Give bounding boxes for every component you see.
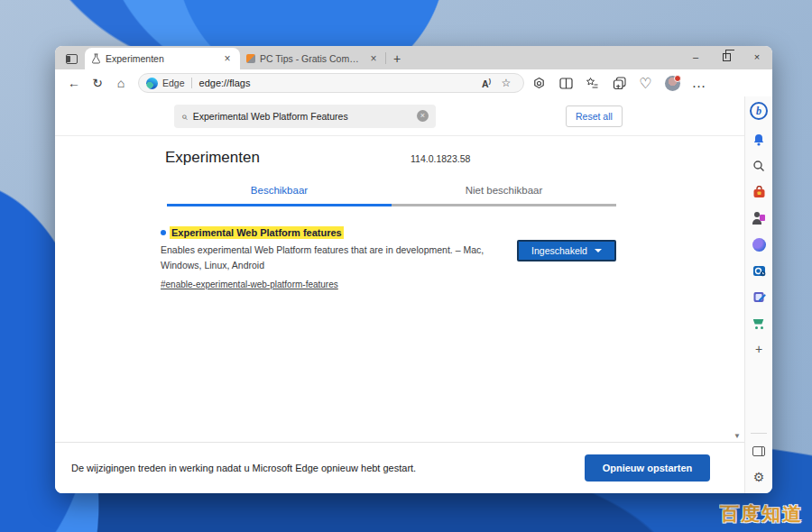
notifications-button[interactable] — [749, 130, 769, 150]
split-screen-icon[interactable] — [554, 72, 577, 94]
restore-button[interactable] — [711, 46, 742, 68]
new-tab-button[interactable]: + — [386, 49, 408, 69]
outlook-button[interactable] — [749, 261, 769, 280]
person-icon — [752, 212, 765, 225]
customize-sidebar-add-button[interactable]: + — [749, 339, 769, 359]
version-number: 114.0.1823.58 — [411, 153, 470, 164]
page-title: Experimenten — [165, 149, 411, 167]
experiment-description: Enables experimental Web Platform featur… — [161, 243, 496, 274]
flags-scroll-area: Experimenten 114.0.1823.58 Beschikbaar N… — [55, 136, 744, 442]
flags-search-box[interactable]: ⌕ × — [174, 105, 436, 128]
bell-icon — [752, 133, 765, 146]
tab-label: PC Tips - Gratis Computer Tips... — [260, 53, 363, 64]
bing-chat-button[interactable]: b — [749, 101, 769, 121]
shopping-bag-icon — [752, 186, 766, 198]
avatar — [665, 76, 680, 91]
close-button[interactable]: × — [742, 46, 772, 68]
url-text[interactable]: edge://flags — [199, 78, 476, 88]
tab-pc-tips[interactable]: PC Tips - Gratis Computer Tips... × — [240, 48, 386, 69]
gear-icon: ⚙ — [753, 470, 765, 484]
address-bar[interactable]: Edge edge://flags A) ☆ — [138, 73, 524, 93]
read-aloud-glyph: A — [482, 78, 489, 88]
cart-icon — [752, 317, 766, 329]
home-button[interactable]: ⌂ — [109, 72, 133, 94]
hide-sidebar-button[interactable] — [749, 441, 769, 461]
back-button[interactable]: ← — [62, 72, 86, 94]
read-aloud-icon[interactable]: A) — [476, 78, 496, 89]
search-icon: ⌕ — [181, 110, 188, 123]
address-separator — [191, 78, 192, 88]
scrollbar-down-arrow[interactable]: ▼ — [734, 432, 741, 440]
microsoft-365-button[interactable] — [749, 208, 769, 228]
tab-label: Experimenten — [106, 53, 217, 64]
tab-niet-beschikbaar[interactable]: Niet beschikbaar — [392, 185, 616, 206]
profile-avatar[interactable] — [660, 72, 684, 94]
sidebar-divider — [751, 433, 767, 434]
minimize-button[interactable]: – — [680, 46, 711, 68]
flask-icon — [91, 53, 101, 64]
edge-sidebar: b — [744, 96, 772, 493]
refresh-button[interactable]: ↻ — [86, 72, 109, 94]
tab-actions-menu-button[interactable] — [60, 49, 83, 69]
restart-notice: De wijzigingen treden in werking nadat u… — [71, 463, 416, 473]
collections-icon[interactable] — [581, 72, 604, 94]
search-icon — [752, 160, 765, 172]
edge-browser-window: Experimenten × PC Tips - Gratis Computer… — [55, 46, 772, 493]
site-chip: Edge — [162, 78, 185, 88]
experiment-state-select[interactable]: Ingeschakeld — [517, 240, 616, 261]
watermark: 百度知道 — [720, 501, 803, 527]
shopping-button[interactable] — [749, 182, 769, 202]
chevron-down-icon — [595, 249, 602, 252]
experiment-info: Experimental Web Platform features Enabl… — [161, 226, 517, 291]
experiment-row: Experimental Web Platform features Enabl… — [161, 226, 744, 291]
reset-all-button[interactable]: Reset all — [566, 105, 623, 127]
favorites-star-icon[interactable]: ☆ — [496, 77, 516, 89]
page-head: Experimenten 114.0.1823.58 — [165, 149, 744, 167]
outlook-icon — [752, 264, 766, 278]
tab-beschikbaar[interactable]: Beschikbaar — [167, 185, 392, 206]
edge-logo-icon — [146, 78, 158, 89]
clear-search-icon[interactable]: × — [417, 110, 429, 122]
site-favicon — [246, 54, 255, 63]
shopping-cart-button[interactable] — [749, 313, 769, 333]
tab-close-icon[interactable]: × — [221, 52, 234, 65]
tab-strip: Experimenten × PC Tips - Gratis Computer… — [55, 46, 772, 69]
sidebar-panel-icon — [752, 446, 765, 456]
main-area: ⌕ × Reset all Experimenten 114.0.1823.58… — [55, 96, 772, 493]
flags-tab-bar: Beschikbaar Niet beschikbaar — [167, 185, 616, 206]
tab-experimenten[interactable]: Experimenten × — [85, 48, 240, 69]
flags-page: ⌕ × Reset all Experimenten 114.0.1823.58… — [55, 96, 744, 493]
navigation-toolbar: ← ↻ ⌂ Edge edge://flags A) ☆ — [55, 69, 772, 96]
sidebar-settings-button[interactable]: ⚙ — [749, 467, 769, 487]
plus-icon: + — [755, 342, 762, 356]
games-button[interactable] — [749, 234, 769, 254]
bing-icon: b — [750, 102, 768, 120]
experiment-permalink[interactable]: #enable-experimental-web-platform-featur… — [161, 280, 338, 289]
restart-button[interactable]: Opnieuw opstarten — [585, 454, 710, 482]
sidebar-bottom: ⚙ — [745, 433, 772, 493]
settings-and-more-icon[interactable]: … — [687, 72, 711, 94]
flags-search-row: ⌕ × Reset all — [55, 96, 744, 136]
notes-pen-icon — [752, 290, 766, 304]
add-to-collections-icon[interactable] — [607, 72, 631, 94]
search-sidebar-button[interactable] — [749, 156, 769, 176]
extensions-icon[interactable] — [528, 72, 551, 94]
browser-essentials-icon[interactable]: ♡ — [634, 72, 658, 94]
workspaces-icon — [66, 54, 78, 64]
selected-state-label: Ingeschakeld — [531, 245, 587, 256]
drop-notes-button[interactable] — [749, 287, 769, 307]
desktop-wallpaper: 百度知道 Experimenten × PC Tips - Gratis Com… — [0, 0, 812, 532]
restart-bar: De wijzigingen treden in werking nadat u… — [55, 442, 744, 493]
window-controls: – × — [680, 46, 772, 68]
tab-close-icon[interactable]: × — [367, 52, 380, 65]
experiment-name: Experimental Web Platform features — [170, 226, 344, 239]
modified-flag-dot — [161, 230, 166, 235]
restore-icon — [723, 53, 731, 61]
games-icon — [752, 238, 766, 252]
flags-search-input[interactable] — [193, 111, 417, 122]
